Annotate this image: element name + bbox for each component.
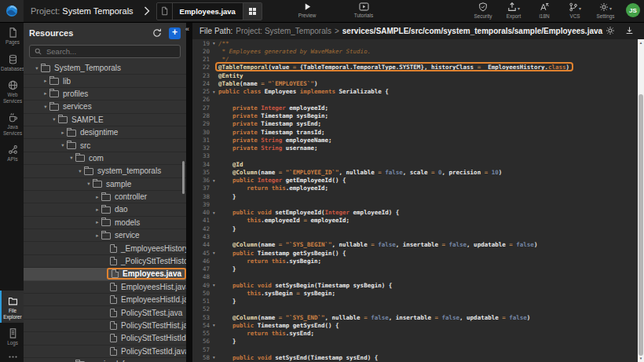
tree-item-dao[interactable]: ▸dao xyxy=(24,203,186,216)
folder-icon xyxy=(101,232,111,240)
code-fold-icon[interactable]: ▾ xyxy=(210,178,218,183)
tree-item-policystttest-java[interactable]: PolicySttTest.java xyxy=(24,306,186,319)
wavemaker-logo[interactable] xyxy=(0,0,24,22)
tree-item-profiles[interactable]: ▸profiles xyxy=(24,88,186,101)
user-avatar[interactable]: JS xyxy=(626,3,640,17)
chevron-collapsed-icon[interactable]: ▸ xyxy=(93,219,101,225)
code-fold-icon[interactable]: ▾ xyxy=(210,323,218,327)
tree-item-system-temporals[interactable]: ▾system_temporals xyxy=(24,165,186,177)
sidebar-item-more[interactable] xyxy=(0,349,24,362)
chevron-collapsed-icon[interactable]: ▸ xyxy=(93,194,101,200)
tree-item-label: services xyxy=(63,102,92,111)
tree-item-models[interactable]: ▸models xyxy=(24,217,186,229)
chevron-expanded-icon[interactable]: ▾ xyxy=(33,65,41,71)
tree-item-com[interactable]: ▾com xyxy=(24,152,186,165)
resource-search xyxy=(29,45,181,58)
code-area[interactable]: 19▾/**20 * Employees generated by WaveMa… xyxy=(192,39,638,362)
sidebar-item-apis[interactable]: APIs xyxy=(0,139,24,166)
sidebar-item-label: Logs xyxy=(7,340,18,346)
tree-item-system-temporals[interactable]: ▾System_Temporals xyxy=(24,62,186,75)
export-button[interactable]: ▾Export xyxy=(503,2,524,19)
code-line: 30 private Timestamp transId; xyxy=(192,128,638,136)
tree-item-policystttesthistid-java[interactable]: PolicySttTestHistId.java xyxy=(24,332,186,345)
code-line-text: private Timestamp sysEnd; xyxy=(218,120,321,127)
sidebar-item-databases[interactable]: Databases xyxy=(0,49,24,75)
chevron-collapsed-icon[interactable]: ▸ xyxy=(59,130,67,136)
chevron-collapsed-icon[interactable]: ▸ xyxy=(93,207,101,213)
security-button[interactable]: Security xyxy=(473,2,493,19)
scroll-down-icon[interactable]: ▼ xyxy=(638,355,644,362)
tree-item-src[interactable]: ▾src xyxy=(24,139,186,152)
sidebar-item-file-explorer[interactable]: File Explorer xyxy=(0,291,24,323)
tree-item-employeeshistid-java[interactable]: EmployeesHistId.java xyxy=(24,294,186,306)
sidebar-item-pages[interactable]: Pages xyxy=(0,22,24,49)
toolbar-right: Security▾Exporti18N▾VCS▾SettingsJS xyxy=(473,0,640,24)
file-path-project: Project: System_Temporals xyxy=(236,27,331,35)
grid-icon[interactable] xyxy=(243,3,262,20)
editor-scrollbar-thumb[interactable] xyxy=(639,94,643,356)
refresh-icon[interactable] xyxy=(152,28,162,38)
chevron-expanded-icon[interactable]: ▾ xyxy=(85,181,93,187)
tree-item--employeeshistory-java[interactable]: _EmployeesHistory.java xyxy=(24,242,186,254)
chevron-collapsed-icon[interactable]: ▸ xyxy=(93,232,101,239)
chevron-expanded-icon[interactable]: ▾ xyxy=(59,142,67,148)
i18n-button[interactable]: i18N xyxy=(534,2,554,19)
code-fold-icon[interactable]: ▾ xyxy=(210,283,218,287)
tree-item-designtime[interactable]: ▸designtime xyxy=(24,126,186,139)
code-line-text: return this.sysEnd; xyxy=(218,330,314,337)
code-line: 55 return this.sysEnd; xyxy=(192,330,638,338)
code-fold-icon[interactable]: ▾ xyxy=(210,355,218,360)
tree-item-sample[interactable]: ▾SAMPLE xyxy=(24,114,186,126)
line-number: 27 xyxy=(192,104,210,112)
resources-scrollbar-thumb[interactable] xyxy=(182,161,185,194)
chevron-expanded-icon[interactable]: ▾ xyxy=(76,168,84,174)
scroll-up-icon[interactable]: ▲ xyxy=(638,39,644,46)
chevron-expanded-icon[interactable]: ▾ xyxy=(42,104,49,110)
add-resource-button[interactable]: + xyxy=(169,27,181,39)
tree-item-sample[interactable]: ▾sample xyxy=(24,178,186,191)
sidebar-item-logs[interactable]: Logs xyxy=(0,323,24,349)
search-input[interactable] xyxy=(45,46,175,57)
tree-item-employeeshist-java[interactable]: EmployeesHist.java xyxy=(24,281,186,294)
tree-item-controller[interactable]: ▸controller xyxy=(24,191,186,203)
tree-item-service[interactable]: ▸service xyxy=(24,229,186,242)
code-line-text: this.sysBegin = sysBegin; xyxy=(218,290,335,297)
code-fold-icon[interactable]: ▾ xyxy=(210,90,218,94)
collapse-panel-icon[interactable]: « xyxy=(185,25,189,33)
tree-item-services[interactable]: ▾services xyxy=(24,101,186,113)
code-line-text: return this.employeeId; xyxy=(218,185,328,192)
tree-item-policystttesthist-java[interactable]: PolicySttTestHist.java xyxy=(24,320,186,332)
tree-item-lib[interactable]: ▸lib xyxy=(24,75,186,87)
preview-button[interactable]: Preview xyxy=(289,2,325,18)
code-fold-icon[interactable]: ▾ xyxy=(210,210,218,215)
line-number: 47 xyxy=(192,265,210,272)
gear-icon[interactable] xyxy=(606,26,615,35)
search-icon xyxy=(35,48,42,55)
chevron-collapsed-icon[interactable]: ▸ xyxy=(42,90,49,97)
tree-item-policystttestid-java[interactable]: PolicySttTestId.java xyxy=(24,346,186,358)
settings-button[interactable]: ▾Settings xyxy=(595,2,616,19)
chevron-expanded-icon[interactable]: ▾ xyxy=(68,155,75,161)
chevron-collapsed-icon[interactable]: ▸ xyxy=(42,78,49,84)
chevron-expanded-icon[interactable]: ▾ xyxy=(50,116,58,122)
tree-item--policystttesthistory-java[interactable]: _PolicySttTestHistory.java xyxy=(24,255,186,268)
line-number: 53 xyxy=(192,314,210,321)
resources-title: Resources xyxy=(29,28,152,38)
tree-item-servicedefs[interactable]: ▸servicedefs xyxy=(24,358,186,362)
code-line-text: private Timestamp transId; xyxy=(218,129,324,136)
line-number: 30 xyxy=(192,129,210,136)
selected-file-highlight: Employees.java xyxy=(107,268,186,280)
code-fold-icon[interactable]: ▾ xyxy=(210,250,218,255)
code-line: 25▾public class Employees implements Ser… xyxy=(192,88,638,96)
tree-item-employees-java[interactable]: Employees.java xyxy=(24,268,186,280)
tutorials-button[interactable]: Tutorials xyxy=(346,2,382,18)
line-number: 25 xyxy=(192,88,210,95)
file-icon xyxy=(110,321,117,330)
editor-scrollbar[interactable]: ▲ ▼ xyxy=(638,39,644,362)
sidebar-item-web-services[interactable]: Web Services xyxy=(0,75,24,107)
code-fold-icon[interactable]: ▾ xyxy=(210,41,218,46)
tab-employees-java[interactable]: Employees.java xyxy=(156,2,262,20)
sidebar-item-java-services[interactable]: Java Services xyxy=(0,107,24,139)
vcs-button[interactable]: ▾VCS xyxy=(565,2,585,19)
download-icon[interactable] xyxy=(625,26,634,35)
